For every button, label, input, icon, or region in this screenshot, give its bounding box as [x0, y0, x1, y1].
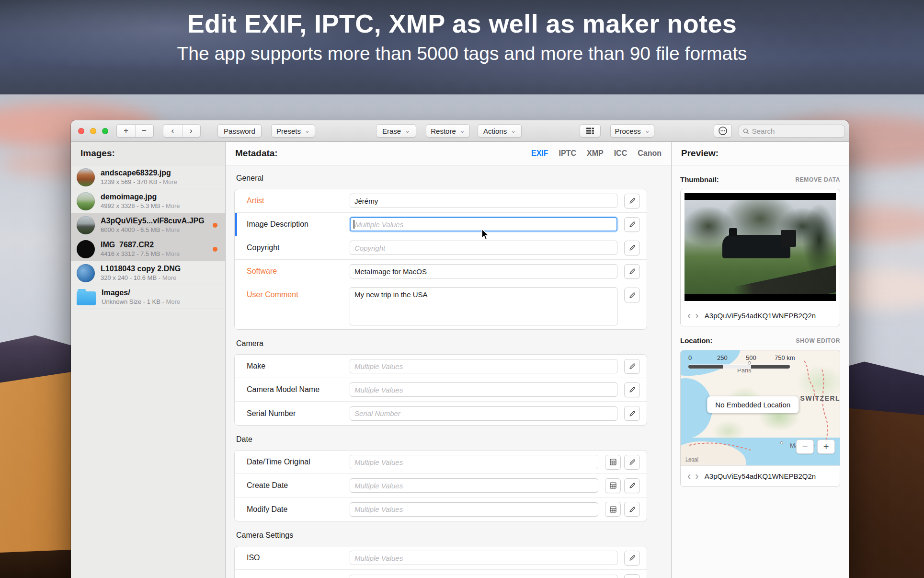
field-row-image-description: Image Description [235, 213, 647, 236]
field-row-create-date: Create Date [235, 474, 647, 497]
modify-date-input[interactable] [350, 502, 598, 517]
back-button[interactable]: ‹ [163, 125, 182, 137]
view-options-button[interactable] [580, 124, 601, 138]
list-item-selected[interactable]: A3pQuViEy5...vIF8cuvA.JPG 6000 x 4000 - … [71, 213, 225, 237]
search-field[interactable] [739, 125, 845, 138]
section-title-camera: Camera [236, 339, 647, 348]
text-caret [354, 220, 354, 229]
edit-pencil-button[interactable] [624, 288, 640, 302]
image-thumbnail [77, 240, 95, 258]
more-link[interactable]: More [166, 226, 180, 233]
preview-header: Preview: [672, 142, 849, 165]
password-button-label: Password [224, 127, 255, 135]
list-item[interactable]: andscape68329.jpg 1239 x 569 - 370 KB - … [71, 165, 225, 189]
edit-pencil-button[interactable] [624, 551, 640, 566]
erase-dropdown[interactable]: Erase ⌄ [376, 124, 416, 138]
datetime-original-input[interactable] [350, 455, 598, 469]
tab-xmp[interactable]: XMP [587, 149, 604, 158]
calendar-button[interactable] [605, 455, 621, 470]
calendar-button[interactable] [605, 502, 621, 517]
previous-image-button[interactable]: ‹ [687, 311, 691, 321]
pencil-icon [628, 386, 636, 393]
calendar-button[interactable] [605, 478, 621, 493]
tab-exif[interactable]: EXIF [531, 149, 548, 158]
field-row-datetime-original: Date/Time Original [235, 451, 647, 474]
minimize-button[interactable] [90, 128, 96, 134]
edit-pencil-button[interactable] [624, 264, 640, 279]
section-title-date: Date [236, 435, 647, 444]
field-row-artist: Artist [235, 189, 647, 213]
pencil-icon [628, 267, 636, 275]
more-link[interactable]: More [163, 178, 177, 185]
tab-iptc[interactable]: IPTC [559, 149, 576, 158]
partial-input[interactable] [350, 575, 617, 578]
iso-input[interactable] [350, 551, 617, 565]
more-link[interactable]: More [166, 250, 180, 257]
map-legal-link[interactable]: Legal [685, 456, 698, 462]
file-meta: Unknown Size - 1 KB - [102, 298, 166, 305]
edit-pencil-button[interactable] [624, 217, 640, 232]
modified-dot [213, 223, 217, 228]
make-input[interactable] [350, 359, 617, 373]
edit-pencil-button[interactable] [624, 478, 640, 493]
actions-dropdown[interactable]: Actions ⌄ [478, 124, 522, 138]
edit-pencil-button[interactable] [624, 359, 640, 374]
list-item[interactable]: L1018043 copy 2.DNG 320 x 240 - 10.6 MB … [71, 261, 225, 285]
file-meta: 1239 x 569 - 370 KB - [101, 178, 163, 185]
edit-pencil-button[interactable] [624, 406, 640, 421]
more-link[interactable]: More [166, 202, 180, 209]
map-zoom-in-button[interactable]: + [817, 439, 835, 454]
thumbnail-image [684, 193, 836, 301]
scale-tick: 250 [717, 354, 728, 361]
close-button[interactable] [78, 128, 84, 134]
camera-model-input[interactable] [350, 382, 617, 397]
more-link[interactable]: More [166, 298, 180, 305]
artist-input[interactable] [350, 194, 617, 208]
thumbnail-card: ‹ › A3pQuViEy54adKQ1WNEPB2Q2n [680, 189, 840, 326]
process-dropdown[interactable]: Process ⌄ [610, 124, 654, 138]
next-image-button[interactable]: › [695, 472, 698, 481]
list-item[interactable]: demoimage.jpg 4992 x 3328 - 5.3 MB - Mor… [71, 189, 225, 213]
map-zoom-out-button[interactable]: − [796, 439, 814, 454]
next-image-button[interactable]: › [695, 311, 698, 321]
edit-pencil-button[interactable] [624, 455, 640, 470]
copyright-input[interactable] [350, 241, 617, 255]
password-button[interactable]: Password [217, 124, 262, 138]
metadata-title: Metadata: [235, 148, 278, 159]
list-item-selected[interactable]: IMG_7687.CR2 4416 x 3312 - 7.5 MB - More [71, 237, 225, 261]
actions-label: Actions [483, 127, 507, 135]
more-options-button[interactable] [714, 124, 732, 138]
tab-icc[interactable]: ICC [614, 149, 627, 158]
presets-dropdown[interactable]: Presets ⌄ [271, 124, 315, 138]
edit-pencil-button[interactable] [624, 241, 640, 255]
remove-data-link[interactable]: REMOVE DATA [796, 176, 841, 183]
edit-pencil-button[interactable] [624, 502, 640, 517]
scale-tick: 500 [746, 354, 756, 361]
file-name: andscape68329.jpg [101, 169, 177, 177]
edit-pencil-button[interactable] [624, 382, 640, 397]
serial-number-input[interactable] [350, 406, 617, 421]
list-view-icon [586, 127, 594, 135]
restore-dropdown[interactable]: Restore ⌄ [426, 124, 470, 138]
user-comment-textarea[interactable]: My new trip in the USA [350, 287, 617, 325]
remove-image-button[interactable]: − [135, 125, 153, 137]
section-title-camera-settings: Camera Settings [236, 531, 647, 540]
edit-pencil-button[interactable] [624, 194, 640, 208]
tab-canon[interactable]: Canon [638, 149, 662, 158]
field-row-copyright: Copyright [235, 236, 647, 260]
more-link[interactable]: More [162, 274, 177, 281]
field-row-partial [235, 570, 647, 578]
search-input[interactable] [752, 127, 841, 135]
process-label: Process [615, 127, 640, 135]
zoom-button[interactable] [102, 128, 108, 134]
add-image-button[interactable]: + [117, 125, 135, 137]
show-editor-link[interactable]: SHOW EDITOR [796, 337, 840, 344]
previous-image-button[interactable]: ‹ [687, 472, 691, 481]
software-input[interactable] [350, 264, 617, 278]
image-thumbnail [77, 192, 95, 210]
list-item[interactable]: Images/ Unknown Size - 1 KB - More [71, 285, 225, 309]
forward-button[interactable]: › [182, 125, 201, 137]
edit-pencil-button[interactable] [624, 574, 640, 578]
create-date-input[interactable] [350, 478, 598, 493]
location-map[interactable]: 0 250 500 750 km Paris No Embedded Locat… [681, 350, 840, 465]
